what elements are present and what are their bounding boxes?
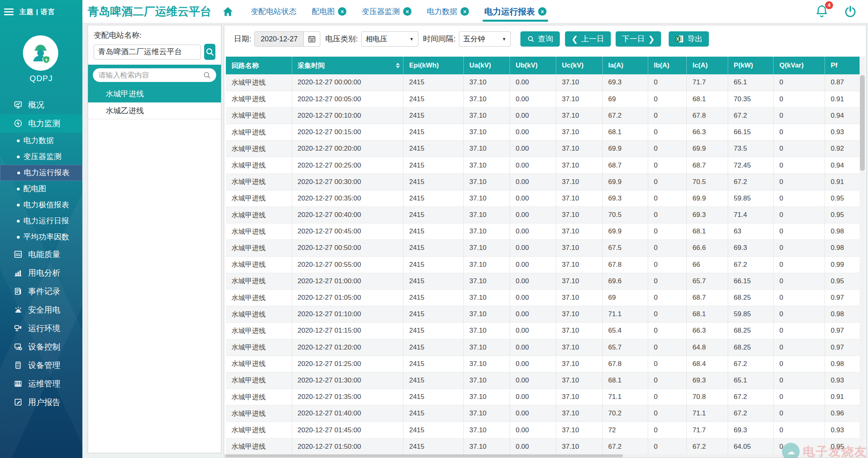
sidebar-item-2[interactable]: 电能质量 (0, 245, 82, 264)
table-cell: 水城甲进线 (226, 372, 292, 388)
circuit-item-0[interactable]: 水城甲进线 (88, 86, 221, 102)
sidebar-subitem-1-0[interactable]: 电力数据 (0, 133, 82, 149)
sidebar-subitem-1-4[interactable]: 电力极值报表 (0, 197, 82, 213)
column-header-5[interactable]: Uc(kV) (556, 57, 602, 74)
report-table: 回路名称采集时间Epi(kWh)Ua(kV)Ub(kV)Uc(kV)Ia(A)I… (226, 57, 860, 455)
worker-avatar-icon (28, 41, 53, 65)
sidebar-item-9[interactable]: 运维管理 (0, 374, 82, 393)
tab-close-icon[interactable]: × (538, 7, 547, 16)
table-cell: 0.00 (510, 356, 556, 372)
table-cell: 0.00 (510, 422, 556, 438)
sidebar-item-3[interactable]: 用电分析 (0, 264, 82, 282)
table-cell: 2415 (403, 141, 464, 157)
column-header-6[interactable]: Ia(A) (602, 57, 648, 74)
table-row-12: 水城甲进线2020-12-27 01:00:00241537.100.0037.… (226, 273, 860, 289)
date-input[interactable] (254, 31, 304, 47)
sidebar-item-0[interactable]: 概况 (0, 96, 82, 114)
calendar-button[interactable] (304, 31, 320, 47)
table-cell: 68.1 (687, 306, 728, 323)
table-cell: 69.9 (602, 141, 648, 157)
table-cell: 0 (774, 405, 825, 422)
tab-close-icon[interactable]: × (403, 7, 411, 16)
table-cell: 水城甲进线 (226, 273, 292, 289)
sidebar-item-5[interactable]: 安全用电 (0, 301, 82, 319)
sort-arrows-icon[interactable] (396, 63, 400, 68)
vertical-scrollbar[interactable] (860, 57, 865, 455)
table-row-6: 水城甲进线2020-12-27 00:30:00241537.100.0037.… (226, 174, 860, 190)
table-cell: 0.97 (825, 289, 860, 306)
table-cell: 37.10 (464, 438, 510, 455)
home-tab[interactable] (222, 6, 234, 18)
sidebar-subitem-1-6[interactable]: 平均功率因数 (0, 229, 82, 245)
table-cell: 0.99 (825, 256, 860, 273)
column-header-2[interactable]: Epi(kWh) (403, 57, 464, 74)
next-day-button[interactable]: 下一日 ❯ (616, 31, 661, 47)
menu-toggle-icon[interactable] (4, 7, 14, 17)
table-cell: 水城甲进线 (226, 141, 292, 157)
avatar (23, 35, 58, 71)
table-cell: 2415 (403, 190, 464, 207)
notifications-button[interactable]: 4 (815, 4, 829, 20)
station-name-input[interactable] (94, 45, 201, 59)
sidebar-item-4[interactable]: 事件记录 (0, 282, 82, 301)
sidebar-item-6[interactable]: 运行环境 (0, 319, 82, 337)
sidebar-item-8[interactable]: 设备管理 (0, 356, 82, 374)
column-header-3[interactable]: Ua(kV) (464, 57, 510, 74)
table-cell: 0 (774, 91, 825, 107)
table-cell: 0 (648, 190, 687, 207)
column-header-10[interactable]: Q(kVar) (774, 57, 825, 74)
circuit-item-1[interactable]: 水城乙进线 (88, 102, 221, 119)
sidebar-item-7[interactable]: 设备控制 (0, 337, 82, 356)
sidebar-item-10[interactable]: 用户报告 (0, 393, 82, 411)
event-log-icon (14, 287, 23, 296)
table-cell: 水城甲进线 (226, 389, 292, 405)
column-header-0[interactable]: 回路名称 (226, 57, 292, 74)
tab-item-2[interactable]: 变压器监测× (362, 0, 411, 23)
column-header-1[interactable]: 采集时间 (292, 57, 403, 74)
export-button[interactable]: 导出 (669, 31, 709, 47)
column-header-7[interactable]: Ib(A) (648, 57, 687, 74)
table-cell: 0.98 (825, 240, 860, 256)
tab-item-4[interactable]: 电力运行报表× (484, 0, 547, 23)
table-row-11: 水城甲进线2020-12-27 00:55:00241537.100.0037.… (226, 256, 860, 273)
table-cell: 2020-12-27 00:55:00 (292, 256, 403, 273)
horizontal-scrollbar[interactable] (224, 454, 866, 458)
column-header-4[interactable]: Ub(kV) (510, 57, 556, 74)
table-cell: 71.7 (687, 74, 728, 91)
table-cell: 0 (774, 141, 825, 157)
tab-close-icon[interactable]: × (338, 7, 346, 16)
station-search-button[interactable] (204, 44, 215, 60)
sidebar-subitem-1-5[interactable]: 电力运行日报 (0, 213, 82, 229)
table-cell: 37.10 (556, 124, 602, 141)
table-cell: 0 (774, 372, 825, 388)
table-cell: 37.10 (464, 422, 510, 438)
sidebar-subitem-1-1[interactable]: 变压器监测 (0, 149, 82, 165)
table-cell: 66 (687, 256, 728, 273)
column-header-8[interactable]: Ic(A) (687, 57, 728, 74)
sidebar-item-1[interactable]: 电力监测 (0, 114, 82, 133)
table-cell: 2020-12-27 00:35:00 (292, 190, 403, 207)
sidebar-item-label: 用户报告 (28, 397, 60, 408)
table-cell: 0.95 (825, 190, 860, 207)
table-cell: 2020-12-27 00:45:00 (292, 223, 403, 240)
column-header-9[interactable]: P(kW) (728, 57, 774, 74)
tab-item-0[interactable]: 变配电站状态 (251, 0, 297, 23)
table-cell: 0 (774, 174, 825, 190)
interval-select[interactable]: 五分钟 ▼ (459, 31, 511, 47)
sidebar-subitem-1-3[interactable]: 配电图 (0, 181, 82, 197)
tab-close-icon[interactable]: × (461, 7, 469, 16)
org-name: QDPJ (0, 74, 82, 83)
previous-day-button[interactable]: ❮ 上一日 (565, 31, 611, 47)
column-header-11[interactable]: Pf (825, 57, 860, 74)
theme-language-link[interactable]: 主题 | 语言 (19, 7, 55, 16)
tab-item-1[interactable]: 配电图× (312, 0, 346, 23)
calendar-icon (307, 35, 316, 43)
tab-item-3[interactable]: 电力数据× (427, 0, 469, 23)
table-row-10: 水城甲进线2020-12-27 00:50:00241537.100.0037.… (226, 240, 860, 256)
voltage-type-select[interactable]: 相电压 ▼ (361, 31, 418, 47)
query-button[interactable]: 查询 (520, 31, 560, 47)
logout-button[interactable] (843, 5, 857, 18)
tree-search-input[interactable] (98, 71, 203, 80)
sidebar-subitem-1-2[interactable]: 电力运行报表 (0, 165, 82, 181)
table-cell: 0.00 (510, 107, 556, 124)
